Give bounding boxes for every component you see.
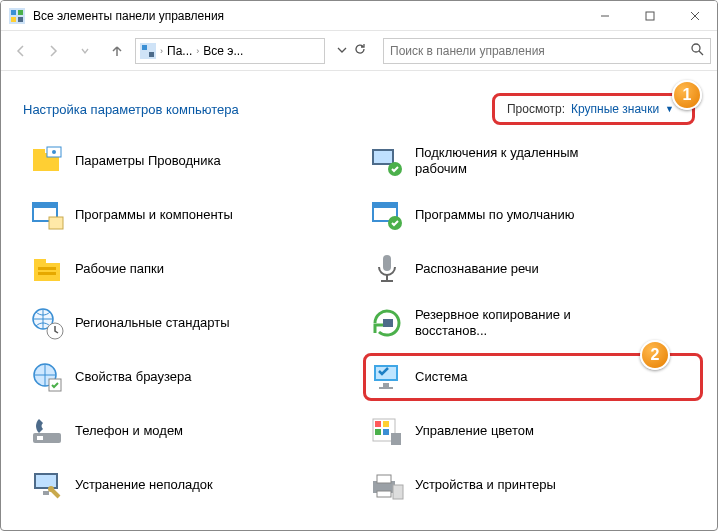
control-panel-icon	[140, 43, 156, 59]
item-color-management[interactable]: Управление цветом	[363, 407, 703, 455]
troubleshoot-icon	[29, 467, 65, 503]
svg-rect-52	[36, 475, 56, 487]
svg-rect-23	[49, 217, 63, 229]
item-label: Телефон и модем	[75, 423, 183, 439]
svg-rect-44	[37, 436, 43, 440]
heading-row: Настройка параметров компьютера Просмотр…	[1, 71, 717, 133]
svg-rect-3	[11, 17, 16, 22]
breadcrumb-2[interactable]: Все э...	[203, 44, 243, 58]
item-label: Управление цветом	[415, 423, 534, 439]
svg-rect-57	[377, 491, 391, 497]
svg-rect-6	[646, 12, 654, 20]
item-label: Подключения к удаленным рабочим	[415, 145, 625, 178]
item-label: Система	[415, 369, 467, 385]
address-dropdown-icon[interactable]	[337, 44, 347, 58]
svg-line-13	[699, 51, 703, 55]
item-default-programs[interactable]: Программы по умолчанию	[363, 191, 703, 239]
svg-rect-47	[383, 421, 389, 427]
devices-printers-icon	[369, 467, 405, 503]
svg-rect-19	[374, 151, 392, 163]
window-buttons	[582, 1, 717, 31]
items-grid: Параметры Проводника Подключения к удале…	[1, 133, 717, 519]
item-label: Параметры Проводника	[75, 153, 221, 169]
item-label: Свойства браузера	[75, 369, 191, 385]
svg-rect-48	[375, 429, 381, 435]
item-label: Устройства и принтеры	[415, 477, 556, 493]
item-label: Распознавание речи	[415, 261, 539, 277]
svg-rect-30	[38, 272, 56, 275]
svg-point-17	[52, 150, 56, 154]
remote-desktop-icon	[369, 143, 405, 179]
control-panel-icon	[9, 8, 25, 24]
view-value[interactable]: Крупные значки	[571, 102, 659, 116]
item-speech-recognition[interactable]: Распознавание речи	[363, 245, 703, 293]
view-label: Просмотр:	[507, 102, 565, 116]
svg-rect-1	[11, 10, 16, 15]
svg-rect-42	[379, 387, 393, 389]
item-regional-settings[interactable]: Региональные стандарты	[23, 299, 363, 347]
view-selector[interactable]: Просмотр: Крупные значки ▼ 1	[492, 93, 695, 125]
svg-point-12	[692, 44, 700, 52]
svg-rect-31	[383, 255, 391, 271]
history-dropdown-icon[interactable]	[71, 37, 99, 65]
svg-rect-15	[33, 149, 45, 155]
work-folders-icon	[29, 251, 65, 287]
item-devices-printers[interactable]: Устройства и принтеры	[363, 461, 703, 509]
svg-rect-56	[377, 475, 391, 483]
svg-rect-2	[18, 10, 23, 15]
svg-rect-28	[34, 259, 46, 265]
svg-rect-29	[38, 267, 56, 270]
svg-point-54	[48, 486, 54, 492]
back-button[interactable]	[7, 37, 35, 65]
toolbar: › Па... › Все э...	[1, 31, 717, 71]
window-title: Все элементы панели управления	[33, 9, 224, 23]
chevron-right-icon: ›	[196, 46, 199, 56]
item-internet-options[interactable]: Свойства браузера	[23, 353, 363, 401]
chevron-down-icon: ▼	[665, 104, 674, 114]
svg-rect-41	[383, 383, 389, 387]
address-bar[interactable]: › Па... › Все э...	[135, 38, 325, 64]
programs-icon	[29, 197, 65, 233]
item-system[interactable]: Система 2	[363, 353, 703, 401]
globe-clock-icon	[29, 305, 65, 341]
svg-rect-25	[373, 203, 397, 208]
svg-rect-4	[18, 17, 23, 22]
default-programs-icon	[369, 197, 405, 233]
breadcrumb-1[interactable]: Па...	[167, 44, 192, 58]
item-phone-modem[interactable]: Телефон и модем	[23, 407, 363, 455]
maximize-button[interactable]	[627, 1, 672, 31]
titlebar: Все элементы панели управления	[1, 1, 717, 31]
forward-button[interactable]	[39, 37, 67, 65]
search-box[interactable]	[383, 38, 711, 64]
up-button[interactable]	[103, 37, 131, 65]
item-explorer-options[interactable]: Параметры Проводника	[23, 137, 363, 185]
chevron-right-icon: ›	[160, 46, 163, 56]
search-icon[interactable]	[690, 42, 704, 59]
backup-icon	[369, 305, 405, 341]
microphone-icon	[369, 251, 405, 287]
item-programs-features[interactable]: Программы и компоненты	[23, 191, 363, 239]
svg-rect-36	[383, 319, 393, 327]
svg-rect-49	[383, 429, 389, 435]
refresh-button[interactable]	[353, 42, 367, 59]
annotation-badge-2: 2	[640, 340, 670, 370]
close-button[interactable]	[672, 1, 717, 31]
item-label: Программы и компоненты	[75, 207, 233, 223]
system-icon	[369, 359, 405, 395]
item-troubleshooting[interactable]: Устранение неполадок	[23, 461, 363, 509]
item-label: Резервное копирование и восстанов...	[415, 307, 625, 340]
item-label: Рабочие папки	[75, 261, 164, 277]
page-title: Настройка параметров компьютера	[23, 102, 239, 117]
item-work-folders[interactable]: Рабочие папки	[23, 245, 363, 293]
svg-rect-11	[149, 52, 154, 57]
color-management-icon	[369, 413, 405, 449]
item-label: Программы по умолчанию	[415, 207, 574, 223]
item-remote-desktop[interactable]: Подключения к удаленным рабочим	[363, 137, 703, 185]
svg-rect-58	[393, 485, 403, 499]
svg-rect-22	[33, 203, 57, 208]
search-input[interactable]	[390, 44, 690, 58]
annotation-badge-1: 1	[672, 80, 702, 110]
svg-rect-50	[391, 433, 401, 445]
minimize-button[interactable]	[582, 1, 627, 31]
internet-options-icon	[29, 359, 65, 395]
